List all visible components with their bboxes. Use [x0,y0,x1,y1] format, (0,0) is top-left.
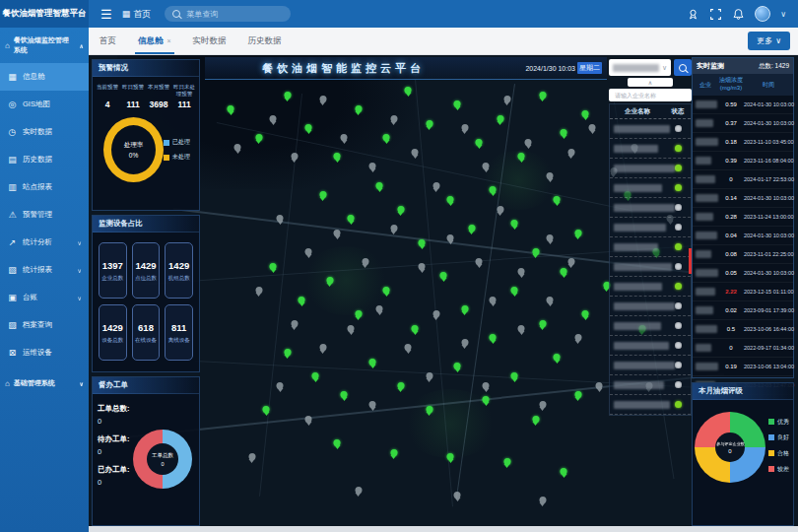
map-pin[interactable] [326,277,333,284]
map-pin[interactable] [567,258,574,265]
map-pin[interactable] [305,416,312,423]
sidebar-item-gis-map[interactable]: ◎GIS地图 [0,91,89,118]
table-row[interactable]: 0.142024-01-30 10:03:00 [693,189,793,208]
map-pin[interactable] [284,349,291,356]
table-row[interactable]: 0.392023-11-16 08:04:00 [693,152,793,170]
map-pin[interactable] [412,149,419,156]
table-row[interactable] [610,237,691,257]
table-row[interactable] [610,316,691,336]
menu-toggle-icon[interactable]: ☰ [100,8,112,21]
map-pin[interactable] [419,239,426,246]
map-pin[interactable] [490,334,497,341]
map-pin[interactable] [383,287,390,294]
map-pin[interactable] [263,406,270,413]
map-pin[interactable] [255,134,262,141]
map-pin[interactable] [547,297,554,303]
map-pin[interactable] [497,206,503,213]
table-row[interactable] [610,159,691,178]
table-row[interactable] [610,297,691,316]
table-row[interactable]: 02022-09-17 01:34:00 [693,339,793,358]
map-pin[interactable] [539,320,546,327]
tab-信息舱[interactable]: 信息舱× [127,28,182,54]
map-pin[interactable] [454,492,461,499]
map-pin[interactable] [405,344,412,351]
tab-历史数据[interactable]: 历史数据 [237,28,293,54]
map-pin[interactable] [547,172,554,179]
sidebar-item-stat-report[interactable]: ▧统计报表∨ [0,256,89,284]
map-pin[interactable] [369,401,376,408]
map-pin[interactable] [383,134,390,141]
map-pin[interactable] [270,263,277,270]
map-pin[interactable] [390,449,397,456]
device-stat-box[interactable]: 811离线设备 [165,304,193,361]
map-pin[interactable] [574,230,581,236]
table-row[interactable]: 0.052024-01-30 10:03:00 [693,264,793,283]
map-pin[interactable] [539,401,546,408]
table-row[interactable]: 0.082023-11-01 22:25:00 [693,245,793,264]
company-search-input[interactable] [613,92,688,100]
map-pin[interactable] [299,297,305,303]
map-pin[interactable] [376,182,383,189]
map-pin[interactable] [582,310,589,317]
map-pin[interactable] [532,248,539,255]
map-pin[interactable] [589,124,596,131]
sidebar-item-ledger[interactable]: ▣台账∨ [0,284,89,311]
sidebar-item-info-cabin[interactable]: ▦信息舱 [0,63,89,91]
map-pin[interactable] [412,325,419,332]
table-row[interactable] [610,336,691,356]
map-pin[interactable] [248,453,255,460]
map-pin[interactable] [305,248,312,255]
table-row[interactable] [610,119,691,139]
map-pin[interactable] [234,144,241,151]
map-pin[interactable] [334,230,341,236]
map-pin[interactable] [574,334,581,341]
tab-首页[interactable]: 首页 [89,28,127,54]
table-row[interactable]: 0.372024-01-30 10:03:00 [693,114,793,133]
map-pin[interactable] [305,124,312,131]
bell-icon[interactable] [732,8,745,21]
collapse-toggle[interactable]: ∧ [628,78,673,87]
map-pin[interactable] [511,372,518,379]
company-search[interactable] [609,89,692,101]
map-pin[interactable] [518,153,525,160]
map-pin[interactable] [312,372,319,379]
map-pin[interactable] [341,134,348,141]
map-pin[interactable] [319,191,326,198]
company-search-button[interactable] [674,59,692,76]
map-pin[interactable] [503,458,510,465]
map-pin[interactable] [369,359,376,366]
sidebar-item-archive-query[interactable]: ▨档案查询 [0,311,89,339]
map-pin[interactable] [483,396,490,403]
table-row[interactable]: 0.192023-10-06 13:04:00 [693,358,793,376]
device-stat-box[interactable]: 1397企业总数 [99,242,127,299]
sidebar-item-ops-device[interactable]: ⊠运维设备 [0,339,89,366]
sidebar-item-history-data[interactable]: ▤历史数据 [0,146,89,173]
map-pin[interactable] [390,115,397,122]
table-row[interactable] [610,375,691,395]
sidebar-group-basic[interactable]: ⌂ 基础管理系统 ∨ [0,370,89,396]
map-pin[interactable] [483,382,490,389]
device-stat-box[interactable]: 1429机组总数 [165,242,193,299]
table-row[interactable]: 2.222023-12-15 01:11:00 [693,283,793,301]
map-pin[interactable] [319,96,326,102]
map-pin[interactable] [554,196,561,203]
map-pin[interactable] [348,325,355,332]
device-stat-box[interactable]: 1429点位总数 [132,242,161,299]
map-pin[interactable] [426,120,432,127]
area-select[interactable]: ∨ [609,59,671,76]
map-pin[interactable] [539,92,546,99]
map-pin[interactable] [525,139,532,146]
map-pin[interactable] [511,287,518,294]
map-pin[interactable] [277,382,284,389]
table-row[interactable]: 02024-01-17 22:53:00 [693,170,793,189]
map-pin[interactable] [561,129,567,136]
map-pin[interactable] [277,215,284,222]
table-row[interactable] [610,198,691,218]
table-row[interactable]: 0.182023-11-10 03:45:00 [693,133,793,152]
table-row[interactable]: 0.592024-01-30 10:03:00 [693,96,793,114]
table-row[interactable] [610,178,691,198]
sidebar-item-site-report[interactable]: ▥站点报表 [0,173,89,201]
map-pin[interactable] [547,234,554,241]
map-pin[interactable] [440,272,447,279]
map-pin[interactable] [369,163,376,169]
